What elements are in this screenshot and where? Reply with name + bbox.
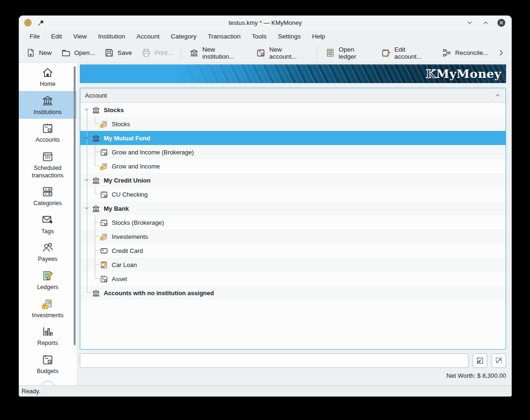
tree-row-account[interactable]: CU Checking [80, 187, 506, 201]
main-area: Home Institutions Accounts Scheduled tra… [19, 63, 512, 385]
search-input[interactable] [80, 353, 469, 368]
tree-row-account[interactable]: Car Loan [80, 258, 506, 272]
tree-row-institution[interactable]: My Credit Union [80, 173, 506, 187]
titlebar[interactable]: testus.kmy * — KMyMoney [19, 15, 512, 30]
content-area: KMyMoney Account Stocks Stocks [77, 63, 512, 385]
checking-icon [99, 218, 108, 227]
bank-icon [189, 48, 199, 58]
sidebar-item-accounts[interactable]: Accounts [19, 119, 77, 147]
checking-icon [99, 190, 108, 199]
checking-icon [99, 147, 108, 157]
pushpin-icon[interactable] [37, 19, 45, 27]
expander-icon[interactable] [84, 107, 90, 113]
sidebar-item-home[interactable]: Home [19, 63, 77, 91]
menu-tools[interactable]: Tools [246, 31, 272, 42]
menu-edit[interactable]: Edit [46, 31, 67, 42]
menu-transaction[interactable]: Transaction [202, 31, 246, 42]
new-document-icon [26, 48, 36, 58]
expander-icon[interactable] [84, 177, 90, 183]
new-button[interactable]: New [22, 45, 56, 61]
filter-row [80, 353, 506, 368]
account-icon [41, 122, 54, 135]
sidebar-item-ledgers[interactable]: Ledgers [19, 266, 77, 294]
tree-row-account[interactable]: Asset [80, 272, 506, 286]
menu-file[interactable]: File [24, 31, 45, 42]
tree-row-account[interactable]: Stocks [80, 117, 506, 131]
open-folder-icon [61, 48, 71, 58]
expand-all-button[interactable] [492, 353, 506, 368]
budget-icon [41, 353, 54, 366]
account-column-header[interactable]: Account [80, 88, 506, 103]
chevron-right-icon [497, 49, 505, 57]
loan-icon [99, 260, 108, 269]
tree-row-institution[interactable]: My Bank [80, 201, 506, 215]
minimize-button[interactable] [465, 18, 474, 27]
toolbar-overflow-button[interactable] [493, 47, 509, 59]
mail-tag-icon [41, 214, 54, 226]
new-institution-button[interactable]: New institution... [185, 43, 251, 63]
menu-account[interactable]: Account [131, 31, 165, 42]
expander-icon[interactable] [84, 135, 90, 141]
kmymoney-banner: KMyMoney [80, 64, 506, 83]
reconcile-icon [442, 48, 452, 58]
toolbar: New Open... Save Print... New institutio… [19, 43, 512, 63]
credit-card-icon [99, 246, 108, 255]
edit-account-button[interactable]: Edit account... [377, 43, 437, 63]
sidebar-item-categories[interactable]: Categories [19, 182, 77, 210]
menu-view[interactable]: View [68, 31, 92, 42]
asset-icon [99, 274, 108, 283]
maximize-button[interactable] [481, 18, 490, 27]
calendar-icon [41, 150, 54, 163]
new-account-button[interactable]: New account... [252, 43, 313, 63]
expander-icon[interactable] [84, 205, 90, 212]
expand-all-icon [495, 357, 503, 365]
toolbar-separator [181, 46, 181, 60]
categories-icon [41, 185, 54, 198]
menu-bar: File Edit View Institution Account Categ… [19, 30, 512, 43]
investment-icon [99, 119, 108, 129]
ledger-pencil-icon [41, 269, 54, 282]
close-button[interactable] [497, 18, 506, 27]
menu-category[interactable]: Category [166, 31, 202, 42]
tree-row-account[interactable]: Stocks (Brokerage) [80, 215, 506, 229]
open-button[interactable]: Open... [57, 45, 99, 61]
menu-help[interactable]: Help [307, 31, 330, 42]
kmymoney-logo: KMyMoney [426, 67, 506, 81]
collapse-all-button[interactable] [473, 353, 487, 368]
menu-settings[interactable]: Settings [273, 31, 306, 42]
status-text: Ready. [22, 388, 40, 395]
tree-row-account[interactable]: Credit Card [80, 244, 506, 258]
save-button[interactable]: Save [100, 45, 136, 61]
ledger-icon [325, 48, 335, 58]
tree-row-institution[interactable]: Accounts with no institution assigned [80, 286, 506, 300]
payees-icon [41, 241, 54, 254]
tree-row-institution[interactable]: Stocks [80, 103, 506, 117]
tree-row-institution-selected[interactable]: My Mutual Fund [80, 131, 506, 145]
institutions-tree: Account Stocks Stocks [80, 88, 506, 350]
sidebar-item-reports[interactable]: Reports [19, 322, 77, 350]
sidebar-scrollbar[interactable] [74, 66, 76, 345]
kmymoney-coin-icon [23, 18, 32, 27]
bank-icon [41, 94, 54, 107]
bank-icon [91, 176, 100, 185]
reconcile-button[interactable]: Reconcile... [438, 45, 492, 61]
menu-institution[interactable]: Institution [93, 31, 131, 42]
collapse-all-icon [476, 357, 484, 365]
sidebar-item-institutions[interactable]: Institutions [19, 91, 77, 119]
sidebar-item-scheduled-transactions[interactable]: Scheduled transactions [19, 147, 77, 182]
print-icon [141, 48, 151, 58]
tree-row-account[interactable]: Grow and Income [80, 159, 506, 173]
toolbar-separator [317, 46, 317, 60]
sidebar-item-budgets[interactable]: Budgets [19, 350, 77, 378]
print-button[interactable]: Print... [137, 45, 177, 61]
investment-icon [99, 232, 108, 241]
investment-icon [99, 161, 108, 171]
sidebar-item-investments[interactable]: Investments [19, 294, 77, 322]
tree-row-account[interactable]: Grow and Income (Brokerage) [80, 145, 506, 159]
bank-icon [91, 105, 100, 115]
sidebar-item-tags[interactable]: Tags [19, 210, 77, 238]
sidebar-item-payees[interactable]: Payees [19, 238, 77, 266]
open-ledger-button[interactable]: Open ledger [321, 43, 376, 63]
tree-row-account[interactable]: Investements [80, 229, 506, 244]
bank-icon [91, 204, 100, 213]
